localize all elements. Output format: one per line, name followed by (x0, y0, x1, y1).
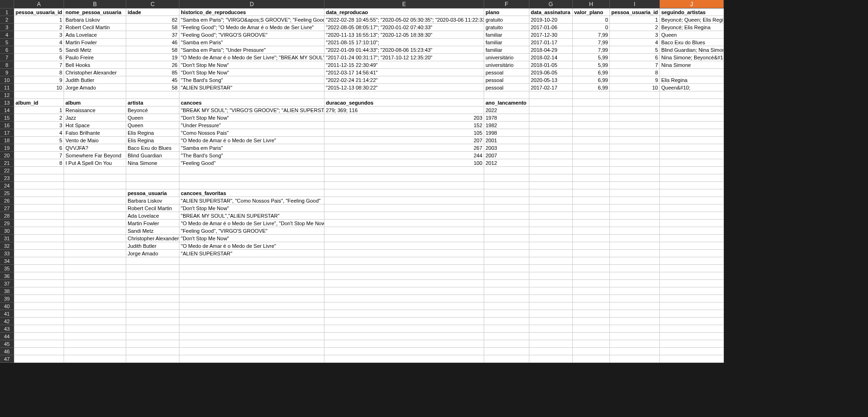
cell-E27[interactable] (324, 204, 484, 212)
cell-C13[interactable]: artista (126, 99, 179, 106)
row-header-30[interactable]: 30 (0, 227, 14, 235)
cell-G24[interactable] (529, 182, 573, 189)
cell-F34[interactable] (484, 257, 529, 265)
cell-J2[interactable]: Beyoncé; Queen; Elis Regina (660, 16, 724, 24)
cell-D44[interactable] (179, 333, 324, 340)
cell-A26[interactable] (14, 197, 64, 204)
cell-F17[interactable]: 1998 (484, 129, 529, 137)
cell-G15[interactable] (529, 114, 573, 122)
cell-A18[interactable]: 5 (14, 137, 64, 144)
cell-A23[interactable] (14, 174, 64, 182)
cell-H4[interactable]: 7,99 (573, 31, 610, 39)
cell-J24[interactable] (660, 182, 724, 189)
cell-E18[interactable]: 207 (324, 137, 484, 144)
cell-A7[interactable]: 6 (14, 54, 64, 61)
cell-G5[interactable]: 2017-01-17 (529, 39, 573, 46)
cell-I37[interactable] (610, 280, 660, 287)
cell-E11[interactable]: "2015-12-13 08:30:22" (324, 84, 484, 91)
cell-I34[interactable] (610, 257, 660, 265)
cell-D23[interactable] (179, 174, 324, 182)
cell-H33[interactable] (573, 250, 610, 257)
cell-G17[interactable] (529, 129, 573, 137)
cell-J23[interactable] (660, 174, 724, 182)
cell-F4[interactable]: familiar (484, 31, 529, 39)
cell-H19[interactable] (573, 144, 610, 152)
cell-I11[interactable]: 10 (610, 84, 660, 91)
cell-A11[interactable]: 10 (14, 84, 64, 91)
cell-H38[interactable] (573, 287, 610, 295)
row-header-31[interactable]: 31 (0, 235, 14, 242)
cell-J37[interactable] (660, 280, 724, 287)
row-header-20[interactable]: 20 (0, 152, 14, 159)
cell-G26[interactable] (529, 197, 573, 204)
cell-J6[interactable]: Blind Guardian; Nina Simone (660, 46, 724, 54)
cell-I8[interactable]: 7 (610, 61, 660, 69)
cell-A37[interactable] (14, 280, 64, 287)
cell-D12[interactable] (179, 91, 324, 99)
cell-A14[interactable]: 1 (14, 106, 64, 114)
cell-A47[interactable] (14, 355, 64, 363)
cell-J32[interactable] (660, 242, 724, 250)
cell-J40[interactable] (660, 303, 724, 310)
row-header-10[interactable]: 10 (0, 76, 14, 84)
cell-D15[interactable]: "Don't Stop Me Now" (179, 114, 324, 122)
cell-E10[interactable]: "2022-02-24 21:14:22" (324, 76, 484, 84)
row-header-27[interactable]: 27 (0, 204, 14, 212)
cell-G22[interactable] (529, 167, 573, 174)
cell-J34[interactable] (660, 257, 724, 265)
cell-I42[interactable] (610, 318, 660, 325)
cell-B20[interactable]: Somewhere Far Beyond (64, 152, 126, 159)
cell-B35[interactable] (64, 265, 126, 272)
cell-H44[interactable] (573, 333, 610, 340)
cell-C28[interactable]: Ada Lovelace (126, 212, 179, 220)
corner-cell[interactable] (0, 0, 14, 8)
cell-A19[interactable]: 6 (14, 144, 64, 152)
cell-B25[interactable] (64, 189, 126, 197)
cell-I38[interactable] (610, 287, 660, 295)
cell-C9[interactable]: 85 (126, 69, 179, 76)
cell-G31[interactable] (529, 235, 573, 242)
cell-A12[interactable] (14, 91, 64, 99)
cell-J36[interactable] (660, 272, 724, 280)
cell-A22[interactable] (14, 167, 64, 174)
cell-D32[interactable]: "O Medo de Amar é o Medo de Ser Livre" (179, 242, 324, 250)
cell-I27[interactable] (610, 204, 660, 212)
row-header-19[interactable]: 19 (0, 144, 14, 152)
cell-A2[interactable]: 1 (14, 16, 64, 24)
cell-D35[interactable] (179, 265, 324, 272)
row-header-35[interactable]: 35 (0, 265, 14, 272)
cell-J11[interactable]: Queen&#10; (660, 84, 724, 91)
cell-G11[interactable]: 2017-02-17 (529, 84, 573, 91)
cell-C17[interactable]: Elis Regina (126, 129, 179, 137)
cell-J16[interactable] (660, 122, 724, 129)
cell-F43[interactable] (484, 325, 529, 333)
cell-C35[interactable] (126, 265, 179, 272)
cell-D19[interactable]: "Samba em Paris" (179, 144, 324, 152)
cell-H24[interactable] (573, 182, 610, 189)
cell-J42[interactable] (660, 318, 724, 325)
cell-F35[interactable] (484, 265, 529, 272)
cell-C14[interactable]: Beyoncé (126, 106, 179, 114)
row-header-6[interactable]: 6 (0, 46, 14, 54)
cell-F15[interactable]: 1978 (484, 114, 529, 122)
spreadsheet-grid[interactable]: ABCDEFGHIJ1pessoa_usuaria_idnome_pessoa_… (0, 0, 724, 363)
cell-E17[interactable]: 105 (324, 129, 484, 137)
cell-F41[interactable] (484, 310, 529, 318)
cell-C46[interactable] (126, 348, 179, 355)
cell-J20[interactable] (660, 152, 724, 159)
row-header-2[interactable]: 2 (0, 16, 14, 24)
cell-F39[interactable] (484, 295, 529, 303)
cell-I3[interactable]: 2 (610, 24, 660, 31)
cell-I10[interactable]: 9 (610, 76, 660, 84)
cell-G25[interactable] (529, 189, 573, 197)
cell-C20[interactable]: Blind Guardian (126, 152, 179, 159)
cell-H28[interactable] (573, 212, 610, 220)
cell-C41[interactable] (126, 310, 179, 318)
cell-B23[interactable] (64, 174, 126, 182)
row-header-25[interactable]: 25 (0, 189, 14, 197)
cell-B27[interactable] (64, 204, 126, 212)
cell-I36[interactable] (610, 272, 660, 280)
cell-E41[interactable] (324, 310, 484, 318)
cell-F36[interactable] (484, 272, 529, 280)
column-header-I[interactable]: I (610, 0, 660, 8)
